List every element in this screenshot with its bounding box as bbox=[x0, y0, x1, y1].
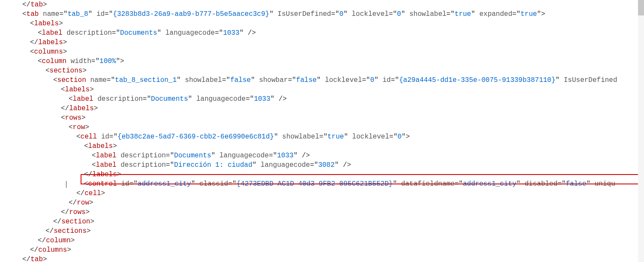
code-line[interactable]: </row> bbox=[0, 198, 644, 208]
code-line[interactable]: <label description="Documents" languagec… bbox=[0, 28, 644, 38]
code-line[interactable]: </labels> bbox=[0, 104, 644, 113]
code-line[interactable]: <control id="address1_city" classid="{42… bbox=[0, 179, 644, 189]
code-text: </section> bbox=[53, 218, 94, 226]
code-text: <labels> bbox=[30, 20, 63, 27]
code-line[interactable]: </rows> bbox=[0, 208, 644, 217]
code-text: </tab> bbox=[22, 1, 47, 9]
code-line[interactable]: <label description="Documents" languagec… bbox=[0, 94, 644, 104]
code-line[interactable]: <label description="Dirección 1: ciudad"… bbox=[0, 160, 644, 170]
code-text: </cell> bbox=[76, 190, 105, 197]
code-line[interactable]: <columns> bbox=[0, 47, 644, 57]
code-text: <control id="address1_city" classid="{42… bbox=[84, 180, 615, 188]
code-line[interactable]: <labels> bbox=[0, 142, 644, 151]
code-line[interactable]: </tab> bbox=[0, 0, 644, 9]
code-line[interactable]: <label description="Documents" languagec… bbox=[0, 151, 644, 160]
vertical-scrollbar-thumb[interactable] bbox=[638, 0, 644, 15]
code-line[interactable]: </section> bbox=[0, 217, 644, 226]
vertical-scrollbar-track[interactable] bbox=[638, 0, 644, 262]
code-text: </labels> bbox=[61, 105, 98, 112]
code-text: <cell id="{eb38c2ae-5ad7-6369-cbb2-6e699… bbox=[76, 133, 410, 141]
code-text: <label description="Dirección 1: ciudad"… bbox=[92, 161, 351, 169]
code-line[interactable]: </sections> bbox=[0, 226, 644, 236]
code-line[interactable]: <column width="100%"> bbox=[0, 57, 644, 66]
code-line[interactable]: <cell id="{eb38c2ae-5ad7-6369-cbb2-6e699… bbox=[0, 132, 644, 142]
code-text: <tab name="tab_8" id="{3283b8d3-26a9-aab… bbox=[22, 10, 545, 18]
code-line[interactable]: </column> bbox=[0, 236, 644, 245]
code-line[interactable]: </labels> bbox=[0, 170, 644, 179]
code-text: </sections> bbox=[45, 227, 91, 235]
code-line[interactable]: </tab> bbox=[0, 255, 644, 262]
code-text: </row> bbox=[69, 199, 93, 207]
code-text: <row> bbox=[69, 123, 89, 131]
code-text: <labels> bbox=[84, 142, 117, 150]
code-text: <rows> bbox=[61, 114, 86, 122]
code-text: </labels> bbox=[30, 39, 67, 46]
code-text: </tab> bbox=[22, 256, 47, 262]
code-text: <label description="Documents" languagec… bbox=[92, 152, 310, 160]
code-text: <labels> bbox=[61, 86, 94, 93]
text-cursor bbox=[66, 181, 66, 188]
code-line[interactable]: <tab name="tab_8" id="{3283b8d3-26a9-aab… bbox=[0, 9, 644, 19]
code-line[interactable]: </cell> bbox=[0, 189, 644, 198]
code-text: </rows> bbox=[61, 208, 90, 216]
code-viewer[interactable]: </tab><tab name="tab_8" id="{3283b8d3-26… bbox=[0, 0, 644, 262]
code-line[interactable]: <row> bbox=[0, 123, 644, 132]
code-line[interactable]: <rows> bbox=[0, 113, 644, 123]
code-text: <sections> bbox=[45, 67, 87, 75]
code-line[interactable]: </columns> bbox=[0, 245, 644, 255]
code-line[interactable]: <section name="tab_8_section_1" showlabe… bbox=[0, 75, 644, 85]
code-text: <label description="Documents" languagec… bbox=[38, 29, 256, 37]
code-line[interactable]: <labels> bbox=[0, 85, 644, 94]
code-text: <label description="Documents" languagec… bbox=[69, 95, 287, 103]
code-text: </column> bbox=[38, 237, 75, 244]
code-text: <columns> bbox=[30, 48, 67, 56]
code-text: <section name="tab_8_section_1" showlabe… bbox=[53, 76, 617, 84]
code-line[interactable]: <labels> bbox=[0, 19, 644, 28]
code-line[interactable]: </labels> bbox=[0, 38, 644, 47]
code-text: </labels> bbox=[84, 171, 121, 178]
code-text: <column width="100%"> bbox=[38, 57, 124, 65]
code-line[interactable]: <sections> bbox=[0, 66, 644, 75]
code-body[interactable]: </tab><tab name="tab_8" id="{3283b8d3-26… bbox=[0, 0, 644, 262]
code-text: </columns> bbox=[30, 246, 71, 254]
